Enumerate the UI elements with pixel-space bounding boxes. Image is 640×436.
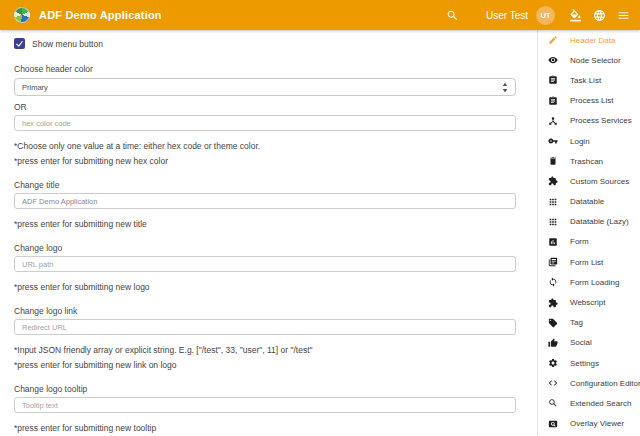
header-color-select[interactable]: Primary (14, 78, 516, 96)
sidebar-item-tag[interactable]: Tag (538, 313, 640, 333)
sidebar-item-label: Settings (570, 359, 599, 368)
header-color-selected-value: Primary (22, 83, 502, 92)
language-globe-icon[interactable] (593, 9, 606, 22)
sidebar-item-label: Social (570, 338, 592, 347)
change-logo-label: Change logo (14, 243, 516, 253)
user-avatar[interactable]: UT (536, 6, 555, 25)
sidebar-item-label: Trashcan (570, 157, 603, 166)
loop-icon (548, 277, 558, 287)
logo-link-input[interactable] (14, 319, 516, 335)
tag-icon (548, 318, 558, 328)
sidebar-item-process-services[interactable]: Process Services (538, 111, 640, 131)
sidebar-item-webscript[interactable]: Webscript (538, 292, 640, 312)
sidebar-item-process-list[interactable]: Process List (538, 91, 640, 111)
trash-icon (548, 156, 558, 166)
change-logo-link-label: Change logo link (14, 306, 516, 316)
sidebar-item-header-data[interactable]: Header Data (538, 30, 640, 50)
sidebar-item-label: Form Loading (570, 278, 619, 287)
overlay-search-icon (548, 419, 558, 429)
app-logo-icon[interactable] (14, 7, 30, 23)
title-input[interactable] (14, 193, 516, 209)
logo-tooltip-input[interactable] (14, 397, 516, 413)
logo-link-hint-1: *Input JSON friendly array or explicit s… (14, 345, 516, 355)
sidebar-nav: Header DataNode SelectorTask ListProcess… (537, 30, 640, 436)
sidebar-item-task-list[interactable]: Task List (538, 70, 640, 90)
select-arrows-icon (502, 82, 508, 93)
search-icon (548, 398, 558, 408)
header-color-label: Choose header color (14, 64, 516, 74)
hex-color-hint-1: *Choose only one value at a time: either… (14, 141, 516, 151)
logo-url-input[interactable] (14, 256, 516, 272)
sidebar-item-settings[interactable]: Settings (538, 353, 640, 373)
change-logo-tooltip-label: Change logo tooltip (14, 384, 516, 394)
change-title-label: Change title (14, 180, 516, 190)
sidebar-item-label: Process List (570, 96, 614, 105)
gear-icon (548, 358, 558, 368)
sidebar-item-label: Tag (570, 318, 583, 327)
show-menu-checkbox-row[interactable]: Show menu button (14, 37, 516, 50)
sidebar-item-login[interactable]: Login (538, 131, 640, 151)
sidebar-item-label: Overlay Viewer (570, 419, 624, 428)
sidebar-item-datatable[interactable]: Datatable (538, 192, 640, 212)
sidebar-item-label: Process Services (570, 116, 632, 125)
sidebar-item-overlay-viewer[interactable]: Overlay Viewer (538, 414, 640, 434)
theme-color-fill-icon[interactable] (569, 9, 582, 22)
app-title: ADF Demo Application (39, 9, 162, 21)
sidebar-item-trashcan[interactable]: Trashcan (538, 151, 640, 171)
edit-icon (548, 35, 558, 45)
sidebar-item-extended-search[interactable]: Extended Search (538, 393, 640, 413)
sidebar-item-node-selector[interactable]: Node Selector (538, 50, 640, 70)
hex-color-input[interactable] (14, 115, 516, 131)
sidebar-item-label: Header Data (570, 36, 615, 45)
user-name: User Test (486, 10, 528, 21)
app-header: ADF Demo Application User Test UT (0, 0, 640, 30)
sidebar-item-label: Form (570, 237, 589, 246)
title-hint: *press enter for submitting new title (14, 219, 516, 229)
sidebar-item-label: Webscript (570, 298, 605, 307)
sidebar-item-form[interactable]: Form (538, 232, 640, 252)
key-icon (548, 136, 558, 146)
thumb-up-icon (548, 338, 558, 348)
sidebar-item-custom-sources[interactable]: Custom Sources (538, 171, 640, 191)
sidebar-item-social[interactable]: Social (538, 333, 640, 353)
sidebar-item-label: Datatable (Lazy) (570, 217, 629, 226)
header-data-panel: Show menu button Choose header color Pri… (0, 30, 537, 436)
clipboard-icon (548, 75, 558, 85)
clipboard-icon (548, 96, 558, 106)
tooltip-hint: *press enter for submitting new tooltip (14, 423, 516, 433)
sidebar-item-label: Login (570, 137, 590, 146)
sidebar-item-label: Extended Search (570, 399, 631, 408)
grid-icon (548, 217, 558, 227)
eye-icon (548, 55, 558, 65)
sidebar-item-datatable-lazy[interactable]: Datatable (Lazy) (538, 212, 640, 232)
sidebar-item-form-list[interactable]: Form List (538, 252, 640, 272)
hamburger-menu-icon[interactable] (617, 9, 630, 22)
puzzle-icon (548, 298, 558, 308)
sidebar-item-configuration-editor[interactable]: Configuration Editor (538, 373, 640, 393)
sidebar-item-label: Task List (570, 76, 601, 85)
sidebar-item-label: Form List (570, 258, 603, 267)
or-label: OR (14, 102, 516, 112)
show-menu-label: Show menu button (32, 39, 103, 49)
grid-icon (548, 197, 558, 207)
puzzle-icon (548, 176, 558, 186)
sidebar-item-label: Datatable (570, 197, 604, 206)
sidebar-item-form-loading[interactable]: Form Loading (538, 272, 640, 292)
search-icon[interactable] (446, 9, 459, 22)
hex-color-hint-2: *press enter for submitting new hex colo… (14, 156, 516, 166)
sidebar-item-label: Custom Sources (570, 177, 629, 186)
sidebar-item-label: Node Selector (570, 56, 621, 65)
form-list-icon (548, 257, 558, 267)
sidebar-item-label: Configuration Editor (570, 379, 640, 388)
logo-hint: *press enter for submitting new logo (14, 282, 516, 292)
logo-link-hint-2: *press enter for submitting new link on … (14, 360, 516, 370)
show-menu-checkbox[interactable] (14, 38, 25, 49)
device-hub-icon (548, 116, 558, 126)
chart-icon (548, 237, 558, 247)
code-icon (548, 378, 558, 388)
